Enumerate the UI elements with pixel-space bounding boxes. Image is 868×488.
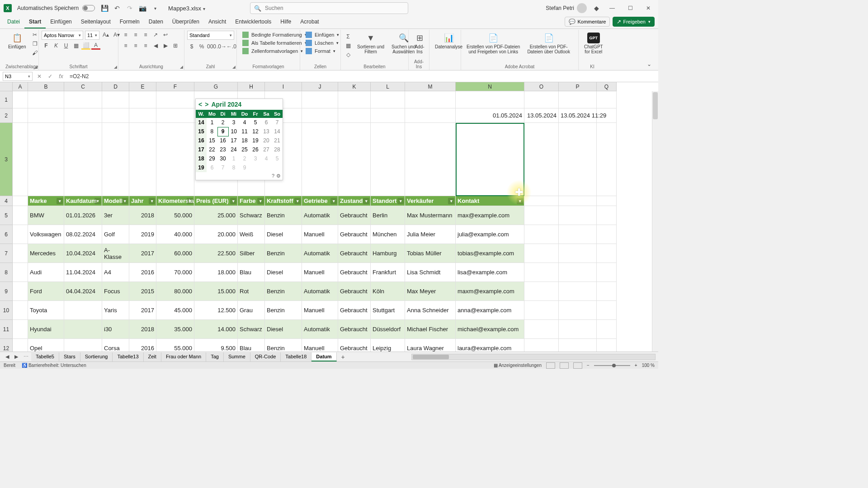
cell[interactable] (597, 244, 617, 263)
currency-icon[interactable]: $ (187, 42, 196, 51)
zoom-out-icon[interactable]: − (587, 363, 590, 368)
paste-button[interactable]: 📋Einfügen (5, 31, 28, 51)
calendar-day[interactable] (261, 163, 272, 172)
cell[interactable]: Jahr▾ (129, 196, 156, 206)
cell[interactable] (524, 301, 559, 320)
italic-icon[interactable]: K (52, 42, 61, 50)
cell[interactable] (13, 301, 28, 320)
cell[interactable]: Modell▾ (102, 196, 129, 206)
cell[interactable]: 11.04.2024 (64, 263, 102, 282)
cell[interactable]: BMW (28, 206, 64, 225)
cell[interactable] (371, 91, 405, 108)
tab-hilfe[interactable]: Hilfe (276, 16, 296, 28)
percent-icon[interactable]: % (197, 42, 206, 51)
wrap-text-icon[interactable]: ↩ (161, 31, 170, 39)
cell[interactable]: 04.04.2024 (64, 282, 102, 301)
tab-formeln[interactable]: Formeln (115, 16, 144, 28)
calendar-day[interactable]: 18 (239, 136, 250, 145)
row-header[interactable]: 4 (0, 196, 13, 206)
cell[interactable] (559, 301, 597, 320)
calendar-day[interactable]: 2 (239, 154, 250, 163)
calendar-day[interactable]: 15 (196, 127, 207, 136)
col-header[interactable]: C (64, 82, 102, 91)
cell[interactable]: Anna Schneider (405, 301, 456, 320)
cell[interactable]: 2017 (129, 301, 156, 320)
col-header[interactable]: A (13, 82, 28, 91)
filter-icon[interactable]: ▾ (149, 198, 155, 204)
calendar-day[interactable]: 5 (272, 154, 283, 163)
cell[interactable]: 2018 (129, 320, 156, 339)
calendar-day[interactable]: 17 (196, 145, 207, 154)
row-header[interactable]: 3 (0, 123, 13, 196)
cell[interactable] (371, 123, 405, 196)
filter-icon[interactable]: ▾ (517, 198, 523, 204)
cell[interactable] (13, 108, 28, 123)
calendar-day[interactable]: 22 (207, 145, 217, 154)
cell[interactable] (13, 123, 28, 196)
calendar-day[interactable]: 3 (228, 118, 239, 127)
cell[interactable] (13, 282, 28, 301)
calendar-day[interactable]: 24 (228, 145, 239, 154)
cell[interactable] (597, 282, 617, 301)
ribbon-collapse-icon[interactable]: ⌄ (645, 60, 654, 68)
sheet-tab[interactable]: Frau oder Mann (161, 352, 206, 361)
cell[interactable]: Frankfurt (371, 263, 405, 282)
tab-acrobat[interactable]: Acrobat (296, 16, 323, 28)
cell[interactable]: julia@example.com (456, 225, 524, 244)
cell[interactable] (13, 225, 28, 244)
sheet-tab[interactable]: Tag (206, 352, 224, 361)
tab-einfügen[interactable]: Einfügen (46, 16, 76, 28)
calendar-day[interactable]: 6 (207, 163, 217, 172)
cell[interactable]: Düsseldorf (371, 320, 405, 339)
cell[interactable] (559, 196, 597, 206)
cell[interactable] (338, 123, 371, 196)
merge-icon[interactable]: ⊞ (171, 42, 180, 50)
formula-input[interactable]: =O2-N2 (68, 73, 656, 80)
cell[interactable]: 14.000 (194, 320, 238, 339)
row-header[interactable]: 10 (0, 301, 13, 320)
save-icon[interactable]: 💾 (100, 4, 108, 12)
bold-icon[interactable]: F (42, 42, 51, 50)
cell[interactable]: Diesel (265, 225, 302, 244)
cell[interactable]: Golf (102, 225, 129, 244)
cancel-formula-icon[interactable]: ✕ (35, 72, 43, 80)
cell[interactable]: Silber (238, 244, 265, 263)
calendar-day[interactable] (250, 163, 261, 172)
orientation-icon[interactable]: ↗ (151, 31, 160, 39)
cell[interactable] (597, 196, 617, 206)
col-header[interactable]: G (194, 82, 238, 91)
cell[interactable] (64, 123, 102, 196)
number-format-select[interactable]: Standard▾ (187, 31, 234, 40)
cell[interactable]: Standort▾ (371, 196, 405, 206)
calendar-day[interactable]: 7 (272, 118, 283, 127)
cell[interactable]: 08.02.2024 (64, 225, 102, 244)
undo-icon[interactable]: ↶ (113, 4, 121, 12)
cell[interactable]: Yaris (102, 301, 129, 320)
cell[interactable]: Berlin (371, 206, 405, 225)
row-header[interactable]: 9 (0, 282, 13, 301)
cell[interactable]: Automatik (302, 320, 338, 339)
col-header[interactable]: K (338, 82, 371, 91)
qat-more-icon[interactable]: ▾ (151, 4, 159, 12)
cell[interactable]: Benzin (265, 282, 302, 301)
calendar-day[interactable]: 2 (217, 118, 228, 127)
cell[interactable]: Max Mustermann (405, 206, 456, 225)
cell[interactable]: Diesel (265, 320, 302, 339)
calendar-day[interactable]: 29 (207, 154, 217, 163)
cell[interactable]: 2016 (129, 263, 156, 282)
cell[interactable]: Grau (238, 301, 265, 320)
cell[interactable] (559, 263, 597, 282)
sheet-tab[interactable]: QR-Code (250, 352, 281, 361)
cell[interactable]: i30 (102, 320, 129, 339)
data-analysis-button[interactable]: 📊Datenanalyse (432, 31, 465, 51)
cell[interactable]: 20.000 (194, 225, 238, 244)
dialog-launcher-icon[interactable]: ◢ (232, 65, 236, 69)
calendar-day[interactable]: 26 (250, 145, 261, 154)
cell[interactable] (338, 108, 371, 123)
cell[interactable]: 15.000 (194, 282, 238, 301)
sheet-tab[interactable]: Stars (59, 352, 80, 361)
cell[interactable]: Gebraucht (338, 225, 371, 244)
fill-color-icon[interactable]: ⬜ (81, 42, 90, 50)
cell[interactable] (64, 320, 102, 339)
tab-ansicht[interactable]: Ansicht (204, 16, 231, 28)
